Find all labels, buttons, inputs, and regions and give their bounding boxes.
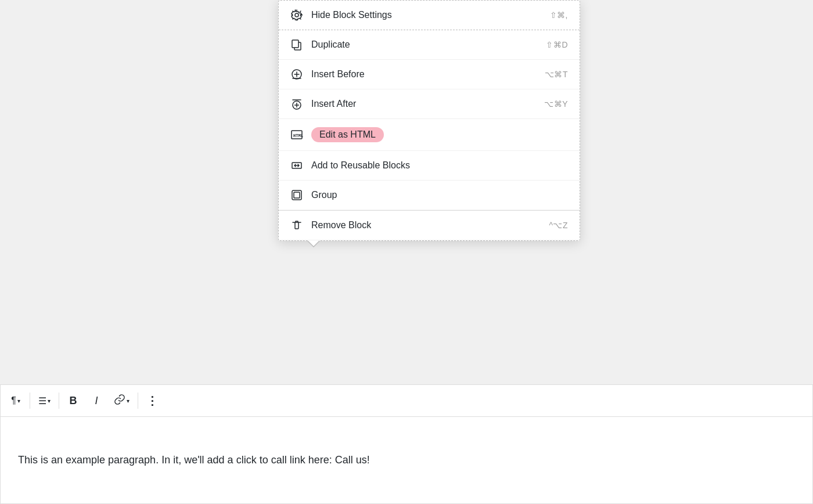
menu-item-hide-block-settings[interactable]: Hide Block Settings ⇧⌘, xyxy=(279,1,580,30)
duplicate-icon xyxy=(290,38,303,51)
editor-toolbar: ¶ ▾ ☰ ▾ B I ▾ ⋮ xyxy=(0,384,813,417)
insert-before-icon xyxy=(290,68,303,81)
link-chevron: ▾ xyxy=(127,398,129,404)
menu-item-add-to-reusable-blocks[interactable]: Add to Reusable Blocks xyxy=(279,151,580,181)
menu-item-remove-block[interactable]: Remove Block ^⌥Z xyxy=(279,211,580,240)
hide-block-settings-label: Hide Block Settings xyxy=(311,10,392,20)
group-icon xyxy=(290,189,303,201)
insert-before-label: Insert Before xyxy=(311,69,365,80)
menu-item-edit-as-html[interactable]: HTML Edit as HTML xyxy=(279,119,580,151)
toolbar-divider-1 xyxy=(30,393,30,409)
paragraph-icon: ¶ xyxy=(11,395,16,406)
group-label: Group xyxy=(311,190,337,200)
align-button[interactable]: ☰ ▾ xyxy=(33,389,56,412)
insert-after-shortcut: ⌥⌘Y xyxy=(544,99,568,109)
bold-button[interactable]: B xyxy=(62,389,85,412)
link-button[interactable]: ▾ xyxy=(108,389,135,412)
link-icon xyxy=(114,394,125,408)
trash-icon xyxy=(290,219,303,232)
menu-item-duplicate[interactable]: Duplicate ⇧⌘D xyxy=(279,30,580,60)
duplicate-shortcut: ⇧⌘D xyxy=(546,40,568,49)
toolbar-divider-2 xyxy=(59,393,59,409)
page-background: Hide Block Settings ⇧⌘, Duplicate ⇧⌘D xyxy=(0,0,813,504)
menu-item-insert-before[interactable]: Insert Before ⌥⌘T xyxy=(279,60,580,89)
insert-before-shortcut: ⌥⌘T xyxy=(545,70,568,79)
insert-after-label: Insert After xyxy=(311,99,356,109)
paragraph-button[interactable]: ¶ ▾ xyxy=(4,389,27,412)
editor-content-area[interactable]: This is an example paragraph. In it, we'… xyxy=(0,417,813,504)
edit-as-html-label: Edit as HTML xyxy=(311,127,384,142)
menu-item-group[interactable]: Group xyxy=(279,181,580,210)
italic-button[interactable]: I xyxy=(85,389,108,412)
toolbar-divider-3 xyxy=(138,393,138,409)
hide-block-settings-shortcut: ⇧⌘, xyxy=(550,10,568,20)
align-icon: ☰ xyxy=(38,395,46,406)
context-menu: Hide Block Settings ⇧⌘, Duplicate ⇧⌘D xyxy=(278,0,580,241)
paragraph-chevron: ▾ xyxy=(17,398,20,404)
editor-paragraph[interactable]: This is an example paragraph. In it, we'… xyxy=(18,452,370,469)
menu-item-insert-after[interactable]: Insert After ⌥⌘Y xyxy=(279,89,580,119)
bold-icon: B xyxy=(70,395,77,407)
remove-block-shortcut: ^⌥Z xyxy=(549,221,568,230)
gear-icon xyxy=(290,9,303,21)
dropdown-arrow xyxy=(308,240,319,246)
svg-text:HTML: HTML xyxy=(293,134,303,138)
reusable-blocks-icon xyxy=(290,159,303,172)
insert-after-icon xyxy=(290,98,303,110)
add-to-reusable-blocks-label: Add to Reusable Blocks xyxy=(311,160,410,171)
duplicate-label: Duplicate xyxy=(311,39,350,50)
html-icon: HTML xyxy=(290,128,303,141)
svg-rect-14 xyxy=(294,192,300,198)
align-chevron: ▾ xyxy=(48,398,51,404)
remove-block-label: Remove Block xyxy=(311,220,371,231)
more-options-button[interactable]: ⋮ xyxy=(141,389,164,412)
svg-rect-1 xyxy=(292,40,298,48)
italic-icon: I xyxy=(95,395,98,407)
more-options-icon: ⋮ xyxy=(146,394,159,408)
